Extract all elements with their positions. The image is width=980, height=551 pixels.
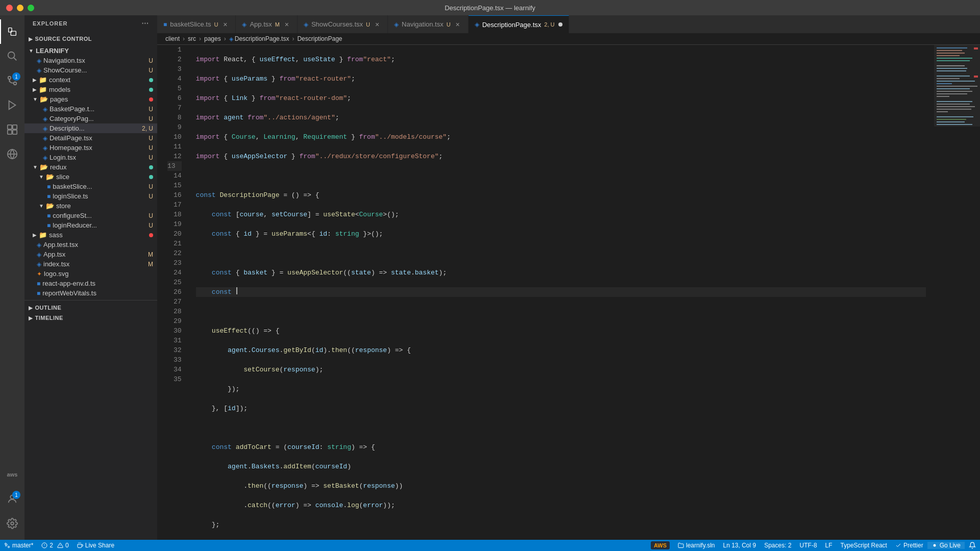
tab-showcourses-close[interactable]: × <box>373 20 381 29</box>
breadcrumb-src[interactable]: src <box>188 35 196 42</box>
aws-activity-icon[interactable]: aws <box>0 462 24 487</box>
sidebar-item-logo[interactable]: ✦ logo.svg <box>24 269 157 279</box>
learnify-root[interactable]: ▼ LEARNIFY <box>24 46 157 56</box>
sidebar-item-apptest[interactable]: ◈ App.test.tsx <box>24 240 157 249</box>
sidebar-item-reportweb[interactable]: ■ reportWebVitals.ts <box>24 288 157 298</box>
tab-navigation[interactable]: ◈ Navigation.tsx U × <box>388 15 469 33</box>
settings-activity-icon[interactable] <box>0 511 24 536</box>
lineending-item[interactable]: LF <box>821 542 837 549</box>
sidebar-item-index[interactable]: ◈ index.tsx M <box>24 259 157 269</box>
run-debug-activity-icon[interactable] <box>0 93 24 117</box>
timeline-toggle[interactable]: ▶ TIMELINE <box>24 313 157 323</box>
liveshare-label: Live Share <box>85 542 114 549</box>
sidebar-header-icons[interactable]: ⋯ <box>141 19 149 28</box>
models-label: models <box>49 86 149 93</box>
sidebar-item-pages[interactable]: ▼ 📂 pages <box>24 94 157 104</box>
sidebar-item-loginslice[interactable]: ■ loginSlice.ts U <box>24 191 157 201</box>
outline-toggle[interactable]: ▶ OUTLINE <box>24 303 157 313</box>
tsx-icon: ◈ <box>394 21 399 28</box>
activity-bar: 1 aws 1 <box>0 15 24 540</box>
code-content[interactable]: import React, { useEffect, useState } fr… <box>188 45 934 540</box>
sidebar-item-basketslice[interactable]: ■ basketSlice... U <box>24 182 157 191</box>
tsx-file-icon: ◈ <box>43 144 47 152</box>
tab-bar: ■ basketSlice.ts U × ◈ App.tsx M × ◈ Sho… <box>157 15 980 33</box>
golive-item[interactable]: Go Live <box>927 542 965 549</box>
breadcrumb-component[interactable]: DescriptionPage <box>297 35 342 42</box>
sidebar-item-models[interactable]: ▶ 📁 models <box>24 85 157 94</box>
sidebar-item-homepage[interactable]: ◈ Homepage.tsx U <box>24 143 157 153</box>
sidebar-item-loginreducer[interactable]: ■ loginReducer... U <box>24 220 157 230</box>
language-item[interactable]: TypeScript React <box>837 542 891 549</box>
tab-basketslice[interactable]: ■ basketSlice.ts U × <box>157 15 236 33</box>
chevron-right-icon: ▶ <box>33 87 37 92</box>
maximize-button[interactable] <box>28 5 34 11</box>
sidebar-item-redux[interactable]: ▼ 📂 redux <box>24 162 157 172</box>
sidebar-item-slice[interactable]: ▼ 📂 slice <box>24 172 157 182</box>
position-item[interactable]: Ln 13, Col 9 <box>719 542 760 549</box>
sidebar-item-basketpage[interactable]: ◈ BasketPage.t... U <box>24 104 157 114</box>
categorypage-badge: U <box>149 115 153 122</box>
tab-basketslice-close[interactable]: × <box>221 20 229 29</box>
loginslice-badge: U <box>149 193 153 200</box>
svg-point-44 <box>5 543 7 545</box>
context-label: context <box>49 76 149 84</box>
folder-sass-icon: 📁 <box>39 231 47 239</box>
source-control-toggle[interactable]: ▶ SOURCE CONTROL <box>24 34 157 44</box>
explorer-activity-icon[interactable] <box>0 19 24 44</box>
sidebar-item-context[interactable]: ▶ 📁 context <box>24 75 157 85</box>
spaces-label: Spaces: 2 <box>764 542 791 549</box>
tab-navigation-badge: U <box>447 21 451 28</box>
sidebar-item-reactenv[interactable]: ■ react-app-env.d.ts <box>24 279 157 288</box>
close-button[interactable] <box>6 5 13 11</box>
tab-descriptionpage[interactable]: ◈ DescriptionPage.tsx 2, U <box>469 15 570 33</box>
breadcrumb-client[interactable]: client <box>165 35 180 42</box>
window-controls[interactable] <box>6 5 34 11</box>
apptsx-label: App.tsx <box>43 251 146 258</box>
liveshare-item[interactable]: Live Share <box>73 540 118 551</box>
folder-pages-icon: 📂 <box>40 95 48 103</box>
tab-navigation-close[interactable]: × <box>454 20 462 29</box>
breadcrumb-pages[interactable]: pages <box>204 35 221 42</box>
categorypage-label: CategoryPag... <box>50 115 147 122</box>
errors-item[interactable]: 2 0 <box>37 540 72 551</box>
sidebar-item-showcourse[interactable]: ◈ ShowCourse... U <box>24 65 157 75</box>
aws-status-item[interactable]: AWS <box>647 541 674 549</box>
new-file-icon[interactable]: ⋯ <box>141 19 149 28</box>
code-editor[interactable]: 12345 678910 1112131415 1617181920 21222… <box>157 45 980 540</box>
tab-showcourses[interactable]: ◈ ShowCourses.tsx U × <box>298 15 388 33</box>
prettier-item[interactable]: Prettier <box>891 542 927 549</box>
sidebar-item-login[interactable]: ◈ Login.tsx U <box>24 153 157 162</box>
homepage-badge: U <box>149 144 153 152</box>
sidebar-item-navigation[interactable]: ◈ Navigation.tsx U <box>24 56 157 65</box>
tab-apptsx[interactable]: ◈ App.tsx M × <box>236 15 298 33</box>
ts-file-icon: ■ <box>37 280 40 287</box>
sidebar-item-configurestore[interactable]: ■ configureSt... U <box>24 211 157 220</box>
ts-file-icon: ■ <box>47 183 51 190</box>
notifications-item[interactable] <box>965 542 980 549</box>
tsx-icon: ◈ <box>475 21 479 28</box>
sidebar: EXPLORER ⋯ ▶ SOURCE CONTROL ▼ LEARNIFY ◈… <box>24 15 157 540</box>
sidebar-item-store[interactable]: ▼ 📂 store <box>24 201 157 211</box>
svg-marker-6 <box>9 101 16 110</box>
tab-apptsx-close[interactable]: × <box>283 20 291 29</box>
filename-item[interactable]: learnify.sln <box>674 542 719 549</box>
breadcrumb-file[interactable]: ◈DescriptionPage.tsx <box>229 35 289 42</box>
minimize-button[interactable] <box>17 5 23 11</box>
spaces-item[interactable]: Spaces: 2 <box>760 542 795 549</box>
git-branch-item[interactable]: master* <box>0 540 37 551</box>
search-activity-icon[interactable] <box>0 44 24 68</box>
sidebar-item-detailpage[interactable]: ◈ DetailPage.tsx U <box>24 133 157 143</box>
chevron-down-icon: ▼ <box>39 203 44 209</box>
sidebar-item-descriptionpage[interactable]: ◈ Descriptio... 2, U <box>24 123 157 133</box>
tsx-file-icon: ◈ <box>37 241 41 248</box>
remote-activity-icon[interactable] <box>0 142 24 166</box>
sidebar-item-apptsx[interactable]: ◈ App.tsx M <box>24 249 157 259</box>
source-control-activity-icon[interactable]: 1 <box>0 68 24 93</box>
showcourse-badge: U <box>149 67 153 74</box>
sidebar-item-sass[interactable]: ▶ 📁 sass <box>24 230 157 240</box>
tab-apptsx-badge: M <box>275 21 280 28</box>
sidebar-item-categorypage[interactable]: ◈ CategoryPag... U <box>24 114 157 123</box>
account-activity-icon[interactable]: 1 <box>0 487 24 511</box>
encoding-item[interactable]: UTF-8 <box>796 542 821 549</box>
extensions-activity-icon[interactable] <box>0 117 24 142</box>
